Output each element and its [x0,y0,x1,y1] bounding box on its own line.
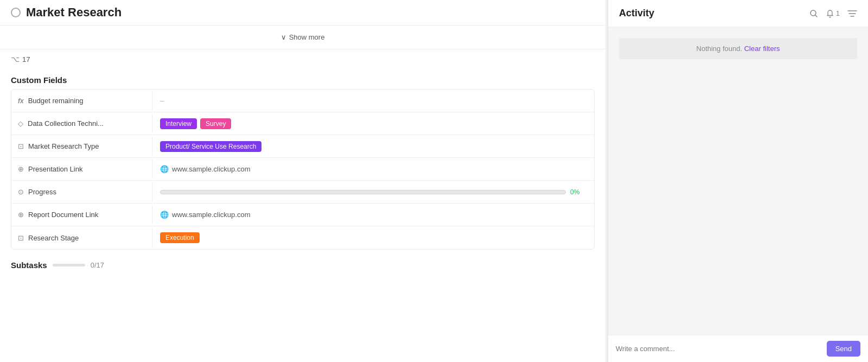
field-row-budget: fx Budget remaining – [11,90,594,112]
field-label-report-document-link: ⊕ Report Document Link [11,205,152,224]
field-value-report-document-link: 🌐 www.sample.clickup.com [152,205,594,224]
field-value-presentation-link: 🌐 www.sample.clickup.com [152,160,594,179]
presentation-link-url[interactable]: www.sample.clickup.com [172,165,251,173]
custom-fields-section: Custom Fields fx Budget remaining – ◇ Da… [0,69,605,250]
field-label-presentation-link: ⊕ Presentation Link [11,160,152,179]
field-label-text-market-research-type: Market Research Type [28,142,99,150]
field-value-research-stage: Execution [152,227,594,249]
nothing-found-text: Nothing found. [697,45,743,53]
globe-icon-presentation: ⊕ [18,165,24,173]
subtask-count-row: ⌥ 17 [0,49,605,69]
header-bar: Market Research [0,0,605,26]
field-row-progress: ⊙ Progress 0% [11,181,594,204]
field-label-data-collection: ◇ Data Collection Techni... [11,114,152,133]
field-label-budget: fx Budget remaining [11,91,152,110]
field-row-presentation-link: ⊕ Presentation Link 🌐 www.sample.clickup… [11,158,594,181]
progress-text: 0% [570,188,586,196]
filter-button[interactable] [847,10,857,17]
dropdown-icon-market: ⊡ [18,142,24,150]
globe-icon-report: ⊕ [18,211,24,219]
field-value-market-research-type: Product/ Service Use Research [152,136,594,157]
notification-button[interactable]: 1 [826,9,840,18]
field-label-text-report-document-link: Report Document Link [28,211,98,219]
nothing-found-bar: Nothing found. Clear filters [619,38,857,59]
formula-icon: fx [18,97,24,105]
field-label-research-stage: ⊡ Research Stage [11,228,152,247]
tag-execution[interactable]: Execution [160,232,200,243]
subtask-count: 17 [22,55,30,63]
field-label-text-data-collection: Data Collection Techni... [28,119,104,128]
field-label-text-progress: Progress [28,188,56,196]
field-row-research-stage: ⊡ Research Stage Execution [11,226,594,249]
field-label-text-budget: Budget remaining [28,97,84,105]
tag-icon: ◇ [18,119,23,128]
chevron-down-icon: ∨ [281,33,286,41]
show-more-label: Show more [289,33,325,41]
subtasks-title: Subtasks [11,261,47,270]
globe-icon-small-presentation: 🌐 [160,165,169,173]
clear-filters-link[interactable]: Clear filters [744,45,780,53]
search-icon [809,9,818,18]
progress-track [160,190,566,194]
subtasks-count: 0/17 [91,261,104,269]
subtasks-header: Subtasks 0/17 [11,261,595,270]
globe-icon-small-report: 🌐 [160,211,169,219]
field-row-market-research-type: ⊡ Market Research Type Product/ Service … [11,135,594,158]
show-more-button[interactable]: ∨ Show more [0,26,605,49]
send-button[interactable]: Send [827,341,860,357]
report-link-url[interactable]: www.sample.clickup.com [172,211,251,219]
tag-interview[interactable]: Interview [160,118,197,129]
activity-icons: 1 [809,9,857,18]
comment-area: Send [608,335,868,362]
dropdown-icon-research-stage: ⊡ [18,234,24,242]
search-button[interactable] [809,9,818,18]
field-value-data-collection: Interview Survey [152,113,594,135]
field-row-report-document-link: ⊕ Report Document Link 🌐 www.sample.clic… [11,204,594,226]
activity-header: Activity 1 [608,0,868,27]
svg-line-1 [815,15,817,17]
progress-icon: ⊙ [18,188,24,196]
fields-table: fx Budget remaining – ◇ Data Collection … [11,89,595,250]
subtasks-section: Subtasks 0/17 [0,250,605,270]
tag-survey[interactable]: Survey [200,118,231,129]
field-label-progress: ⊙ Progress [11,182,152,201]
field-value-budget: – [152,91,594,110]
progress-bar-container: 0% [160,188,586,196]
field-label-market-research-type: ⊡ Market Research Type [11,137,152,156]
field-label-text-research-stage: Research Stage [28,234,79,242]
status-circle-icon [11,8,21,17]
custom-fields-title: Custom Fields [11,69,595,89]
field-row-data-collection: ◇ Data Collection Techni... Interview Su… [11,112,594,135]
filter-icon [847,10,857,17]
page-title: Market Research [26,5,122,20]
budget-value: – [160,97,164,105]
activity-body: Nothing found. Clear filters [608,27,868,335]
main-panel: Market Research ∨ Show more ⌥ 17 Custom … [0,0,605,362]
notification-count: 1 [836,9,840,17]
bell-icon [826,9,834,18]
tag-product-service[interactable]: Product/ Service Use Research [160,141,261,152]
comment-input[interactable] [616,345,821,353]
activity-title: Activity [619,8,654,19]
activity-panel: Activity 1 [608,0,868,362]
field-value-progress: 0% [152,183,594,201]
field-label-text-presentation-link: Presentation Link [28,165,82,173]
subtask-icon: ⌥ [11,55,20,63]
subtasks-progress-track [53,264,85,266]
